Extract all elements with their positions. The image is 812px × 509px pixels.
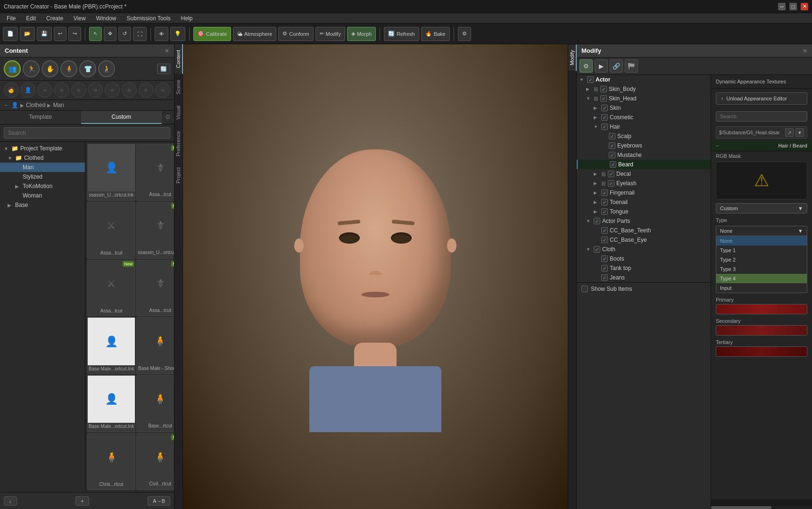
breadcrumb-back-icon[interactable]: ← (4, 102, 9, 108)
download-button[interactable]: ↓ (4, 496, 17, 506)
tree-tanktop[interactable]: ✓ Tank top (577, 263, 711, 273)
thumb-assassin-2[interactable]: New 🗡 Assa...tcut (136, 144, 174, 201)
scale-button[interactable]: ⛶ (133, 27, 147, 41)
skin-body-checkbox[interactable]: ✓ (600, 86, 607, 92)
c5-icon-button[interactable]: ○ (105, 82, 120, 98)
path-dropdown-button[interactable]: ▼ (795, 128, 804, 137)
hair-checkbox[interactable]: ✓ (601, 123, 608, 130)
menu-help[interactable]: Help (176, 14, 198, 23)
unload-appearance-button[interactable]: ↑ Unload Appearance Editor (716, 92, 807, 105)
thumb-civil[interactable]: New 🧍 Civil...rtcut (136, 433, 174, 490)
type-dropdown[interactable]: None ▼ (716, 226, 807, 236)
primary-color-swatch[interactable] (716, 304, 807, 314)
skin-checkbox[interactable]: ✓ (601, 105, 608, 111)
c7-icon-button[interactable]: ○ (139, 82, 154, 98)
eyelash-checkbox[interactable]: ✓ (608, 180, 614, 187)
character-icon-button[interactable]: 👥 (4, 60, 21, 77)
secondary-color-swatch[interactable] (716, 325, 807, 336)
redo-button[interactable]: ↪ (68, 27, 81, 41)
menu-create[interactable]: Create (41, 14, 68, 23)
conform-button[interactable]: ⚙ Conform (278, 27, 313, 41)
scalp-checkbox[interactable]: ✓ (609, 133, 615, 140)
tree-actor[interactable]: ▼ ✓ Actor (577, 75, 711, 84)
props-search-input[interactable] (716, 111, 807, 122)
teeth-checkbox[interactable]: ✓ (601, 227, 608, 234)
c2-icon-button[interactable]: ○ (54, 82, 69, 98)
breadcrumb-home-icon[interactable]: 👤 (11, 102, 18, 108)
c8-icon-button[interactable]: ○ (155, 82, 170, 98)
tree-mustache[interactable]: ✓ Mustache (577, 150, 711, 160)
maximize-button[interactable]: □ (789, 3, 797, 10)
tree-jeans[interactable]: ✓ Jeans (577, 273, 711, 282)
refresh-button[interactable]: 🔄 Refresh (384, 27, 419, 41)
tab-custom[interactable]: Custom (81, 111, 162, 124)
side-tab-project[interactable]: Project (174, 162, 183, 189)
person2-icon-button[interactable]: 👤 (21, 82, 36, 98)
side-tab-preference[interactable]: Preference (174, 125, 183, 162)
clothing-icon-button[interactable]: 👕 (79, 60, 96, 77)
tree-cosmetic[interactable]: ▶ ✓ Cosmetic (577, 113, 711, 122)
side-tab-content[interactable]: Content (174, 44, 183, 74)
tree-scalp[interactable]: ✓ Scalp (577, 131, 711, 141)
thumb-assassin-4[interactable]: New 🗡 ssassin_U...ortcut.lnk (136, 202, 174, 259)
tree-teeth[interactable]: ✓ CC_Base_Teeth (577, 226, 711, 235)
rotate-button[interactable]: ↺ (118, 27, 131, 41)
viewport[interactable] (183, 44, 568, 509)
tree-tokomotion[interactable]: ▶ ToKoMotion (0, 181, 85, 191)
tab-template[interactable]: Template (0, 111, 81, 124)
path-open-button[interactable]: ↗ (785, 128, 794, 137)
params-button[interactable]: ⚙ (580, 59, 593, 73)
tree-base[interactable]: ▶ Base (0, 200, 85, 210)
type-option-1[interactable]: Type 1 (716, 246, 807, 255)
tree-toenail[interactable]: ▶ ✓ Toenail (577, 197, 711, 207)
type-option-input[interactable]: Input (716, 283, 807, 293)
person-icon-button[interactable]: 🧑 (4, 82, 19, 98)
modify-button[interactable]: ✏ Modify (315, 27, 345, 41)
camera-button[interactable]: 👁 (155, 27, 168, 41)
c3-icon-button[interactable]: ○ (71, 82, 86, 98)
save-button[interactable]: 💾 (37, 27, 52, 41)
settings-button[interactable]: ⚙ (458, 27, 471, 41)
tree-woman[interactable]: Woman (0, 191, 85, 200)
tertiary-color-swatch[interactable] (716, 346, 807, 357)
light-button[interactable]: 💡 (170, 27, 185, 41)
thumb-base-4[interactable]: 🧍 Base...rtcut (136, 375, 174, 432)
tree-skin-body[interactable]: ▶ ⛓ ✓ Skin_Body (577, 84, 711, 94)
thumb-assassin-5[interactable]: New ⚔ Assa...tcut (87, 260, 135, 317)
c1-icon-button[interactable]: ○ (37, 82, 52, 98)
menu-edit[interactable]: Edit (21, 14, 41, 23)
scrollbar-thumb[interactable] (711, 506, 771, 509)
type-option-4[interactable]: Type 4 (716, 274, 807, 283)
minimize-button[interactable]: ─ (778, 3, 786, 10)
fingernail-checkbox[interactable]: ✓ (601, 189, 608, 196)
search-input[interactable] (4, 127, 170, 139)
close-modify-icon[interactable]: ✕ (803, 48, 807, 54)
calibrate-button[interactable]: 🎯 Calibrate (193, 27, 231, 41)
pose-icon-button[interactable]: 🧎 (98, 60, 115, 77)
menu-file[interactable]: File (2, 14, 20, 23)
eyebrows-checkbox[interactable]: ✓ (609, 142, 615, 149)
mustache-checkbox[interactable]: ✓ (609, 152, 615, 158)
open-button[interactable]: 📂 (20, 27, 35, 41)
thumb-base-male-1[interactable]: 👤 Base Male...ortcut.lnk (87, 317, 135, 374)
tree-fingernail[interactable]: ▶ ✓ Fingernail (577, 188, 711, 197)
show-sub-checkbox[interactable] (581, 286, 588, 292)
tree-decal[interactable]: ▶ ⛓ ✓ Decal (577, 169, 711, 179)
tree-clothed[interactable]: ▼ 📁 Clothed (0, 153, 85, 163)
tree-man[interactable]: Man (0, 163, 85, 172)
close-button[interactable]: ✕ (801, 3, 808, 10)
beard-checkbox[interactable]: ✓ (610, 161, 616, 168)
undo-icon-button[interactable]: ↩ (54, 27, 66, 41)
type-option-3[interactable]: Type 3 (716, 264, 807, 274)
tree-stylized[interactable]: Stylized (0, 172, 85, 181)
tree-cloth[interactable]: ▼ ✓ Cloth (577, 245, 711, 254)
side-tab-modify[interactable]: Modify (568, 44, 577, 71)
thumb-assassin-3[interactable]: ⚔ Assa...tcut (87, 202, 135, 259)
type-option-none[interactable]: None (716, 236, 807, 246)
side-tab-visual[interactable]: Visual (174, 100, 183, 125)
physics-button[interactable]: 🔗 (610, 59, 623, 73)
new-file-button[interactable]: 📄 (3, 27, 18, 41)
tree-boots[interactable]: ✓ Boots (577, 254, 711, 263)
tree-skin-head[interactable]: ▼ ⛓ ✓ Skin_Head (577, 94, 711, 103)
select-button[interactable]: ↖ (89, 27, 102, 41)
